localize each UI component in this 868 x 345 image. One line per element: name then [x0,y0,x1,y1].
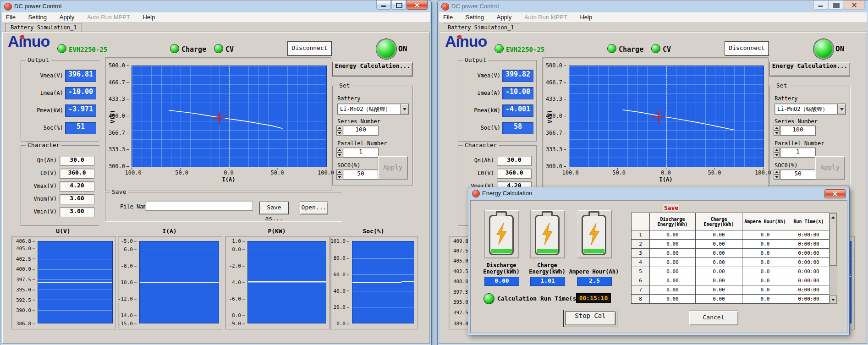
table-row[interactable]: 10.000.000.00:00:00 [632,230,830,240]
maximize-button[interactable] [829,0,843,10]
tick-label: -2.0 [229,263,245,269]
table-cell: 0.00 [696,285,742,295]
table-row[interactable]: 40.000.000.00:00:00 [632,258,830,267]
menu-item-setting[interactable]: Setting [461,12,488,21]
spin-up-icon[interactable] [336,126,342,131]
table-cell: 0.00 [696,240,742,249]
series-number-value[interactable]: 100 [343,126,379,136]
table-row[interactable]: 30.000.000.00:00:00 [632,249,830,258]
tick-label: -50.0 [172,170,188,176]
tab-battery-simulation-1[interactable]: Battery Simulation_1 [5,23,82,32]
minimize-button[interactable] [813,0,828,10]
parallel-number-value[interactable]: 1 [780,148,816,158]
menu-item-help[interactable]: Help [576,12,596,21]
spin-up-icon[interactable] [774,148,780,153]
file-name-input[interactable] [145,201,253,211]
maximize-button[interactable] [391,0,406,10]
spin-up-icon[interactable] [336,148,342,153]
save-as-button[interactable]: Save as... [259,202,289,214]
soc0-stepper[interactable]: 50 [774,170,816,180]
series-number-stepper[interactable]: 100 [336,126,379,136]
power-on-button[interactable] [813,39,834,59]
menu-item-help[interactable]: Help [138,12,159,21]
power-on-button[interactable] [376,39,396,59]
spin-down-icon[interactable] [336,175,342,180]
open-button[interactable]: Open... [300,202,328,214]
scrollbar-thumb[interactable] [830,221,837,266]
cv-label: CV [225,45,234,54]
brand-logo: Ainuo [8,33,49,50]
scroll-down-icon[interactable] [830,296,837,304]
soc0-value[interactable]: 50 [780,170,816,180]
parallel-number-stepper[interactable]: 1 [774,148,816,158]
close-button[interactable] [407,0,428,10]
menu-item-file[interactable]: File [439,12,457,21]
spin-up-icon[interactable] [774,170,780,175]
energy-calculation-button[interactable]: Energy Calculation... [332,62,413,77]
tick-label: -6.0 [229,296,245,302]
disconnect-button[interactable]: Disconnect [725,41,769,56]
imea-value: -10.00 [65,87,96,99]
spin-down-icon[interactable] [774,175,780,180]
tab-strip: Battery Simulation_1 [439,22,867,32]
spin-down-icon[interactable] [336,153,342,158]
model-label: EVH2250-25 [69,46,107,53]
minimize-icon [818,5,823,7]
menu-item-apply[interactable]: Apply [55,12,79,21]
disconnect-button[interactable]: Disconnect [287,41,332,56]
dialog-titlebar[interactable]: Energy Calculation [468,187,849,199]
titlebar[interactable]: DC power Control [438,0,868,12]
stop-cal-button[interactable]: Stop Cal [565,312,615,325]
apply-button[interactable]: Apply [815,156,845,180]
table-cell: 0:00:00 [788,258,830,267]
battery-type-dropdown-button[interactable] [400,104,408,114]
menu-item-file[interactable]: File [2,12,20,21]
soc0-value[interactable]: 50 [343,170,379,180]
table-scrollbar[interactable] [829,213,837,304]
gridline [248,250,326,250]
iv-chart-plot[interactable] [569,66,764,167]
apply-button[interactable]: Apply [378,156,408,180]
battery-type-select[interactable]: Li-MnO2（锰酸锂） [337,104,409,115]
soc0-stepper[interactable]: 50 [336,170,379,180]
spin-up-icon[interactable] [774,126,780,131]
ampere-hour-label: Ampere Hour(Ah) [562,261,626,275]
series-number-stepper[interactable]: 100 [774,126,816,136]
spin-down-icon[interactable] [774,153,780,158]
table-row[interactable]: 60.000.000.00:00:00 [632,276,830,285]
cancel-button[interactable]: Cancel [689,311,738,325]
set-legend: Set [775,82,789,89]
maximize-icon [396,3,402,8]
table-cell: 0.00 [696,249,742,258]
output-group: Output Vmea(V)396.81 Imea(A)-10.00 Pmea(… [21,60,99,142]
tick-label: 50.0 [271,170,284,176]
titlebar[interactable]: DC power Control [0,0,431,12]
table-row[interactable]: 70.000.000.00:00:00 [632,285,830,295]
minimize-button[interactable] [376,0,391,10]
spin-up-icon[interactable] [336,170,342,175]
spin-down-icon[interactable] [336,131,342,136]
cv-label: CV [663,45,671,54]
table-cell: 0.00 [696,295,742,304]
parallel-number-value[interactable]: 1 [343,148,379,158]
parallel-number-stepper[interactable]: 1 [336,148,379,158]
spin-down-icon[interactable] [774,131,780,136]
menu-item-setting[interactable]: Setting [24,12,51,21]
energy-calculation-button[interactable]: Energy Calculation... [769,62,850,77]
battery-type-select[interactable]: Li-MnO2（锰酸锂） [775,104,846,115]
tab-battery-simulation-1[interactable]: Battery Simulation_1 [443,23,519,32]
iv-chart-plot[interactable] [132,66,327,167]
soc-label: Soc(%) [23,125,63,131]
table-row[interactable]: 20.000.000.00:00:00 [632,240,830,249]
close-button[interactable] [844,0,865,10]
dialog-close-button[interactable] [824,189,846,198]
chevron-down-icon [403,108,407,110]
menu-item-apply[interactable]: Apply [493,12,516,21]
battery-icon [582,215,606,255]
table-row[interactable]: 80.000.000.00:00:00 [632,295,830,304]
table-row[interactable]: 50.000.000.00:00:00 [632,267,830,276]
series-number-value[interactable]: 100 [780,126,816,136]
scroll-up-icon[interactable] [830,213,837,221]
battery-type-dropdown-button[interactable] [837,104,846,114]
iv-curve [132,66,326,167]
